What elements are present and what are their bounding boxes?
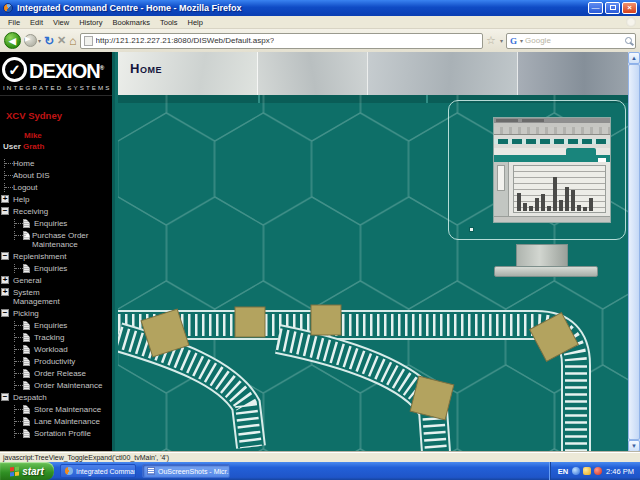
tree-connector bbox=[14, 357, 23, 366]
menu-view[interactable]: View bbox=[48, 18, 74, 27]
collapse-icon[interactable]: − bbox=[1, 393, 9, 401]
menu-file[interactable]: File bbox=[3, 18, 25, 27]
tree-item-label[interactable]: Lane Maintenance bbox=[34, 417, 100, 426]
collapse-icon[interactable]: − bbox=[1, 252, 9, 260]
tree-item-label[interactable]: Picking bbox=[13, 309, 39, 318]
menu-bookmarks[interactable]: Bookmarks bbox=[108, 18, 156, 27]
mini-teal-band bbox=[494, 155, 610, 162]
tree-item-enquiries[interactable]: Enquiries bbox=[10, 264, 112, 273]
tree-item-label[interactable]: Logout bbox=[13, 183, 37, 192]
close-button[interactable]: × bbox=[622, 2, 637, 14]
google-icon: G bbox=[510, 36, 517, 46]
expand-icon[interactable]: + bbox=[1, 288, 9, 296]
expand-icon[interactable]: + bbox=[1, 195, 9, 203]
window-title: Integrated Command Centre - Home - Mozil… bbox=[17, 3, 588, 13]
mini-chart-bar bbox=[523, 203, 527, 211]
tree-item-label[interactable]: Tracking bbox=[34, 333, 64, 342]
url-text[interactable]: http://121.212.227.21:8080/DISWeb/Defaul… bbox=[96, 36, 275, 45]
tree-item-purchase-order-maintenance[interactable]: Purchase Order Maintenance bbox=[10, 231, 112, 249]
tree-item-label[interactable]: Order Release bbox=[34, 369, 86, 378]
task-button-ouscreenshots-micr[interactable]: OuScreenShots - Micr... bbox=[142, 464, 230, 478]
menu-help[interactable]: Help bbox=[183, 18, 208, 27]
language-indicator[interactable]: EN bbox=[558, 467, 568, 476]
forward-button[interactable]: ▶▾ bbox=[24, 34, 41, 47]
tree-item-label[interactable]: Purchase Order Maintenance bbox=[32, 231, 102, 249]
status-bar: javascript:TreeView_ToggleExpand('ctl00_… bbox=[0, 452, 640, 462]
tree-item-label[interactable]: System Management bbox=[13, 288, 83, 306]
tree-item-sortation-profile[interactable]: Sortation Profile bbox=[10, 429, 112, 438]
reload-button[interactable]: ↻ bbox=[44, 34, 54, 48]
tree-item-workload[interactable]: Workload bbox=[10, 345, 112, 354]
tree-item-label[interactable]: Enquiries bbox=[34, 264, 67, 273]
tree-item-picking[interactable]: −Picking bbox=[0, 309, 112, 318]
bookmark-star-icon[interactable]: ☆ bbox=[486, 34, 496, 47]
stop-button[interactable]: ✕ bbox=[57, 34, 66, 47]
tree-item-label[interactable]: Help bbox=[13, 195, 29, 204]
taskbar-clock[interactable]: 2:46 PM bbox=[606, 467, 634, 476]
tree-item-label[interactable]: Enquiries bbox=[34, 219, 67, 228]
tree-item-lane-maintenance[interactable]: Lane Maintenance bbox=[10, 417, 112, 426]
firefox-icon bbox=[65, 467, 73, 475]
mini-chart-bar bbox=[577, 205, 581, 211]
tree-item-label[interactable]: Productivity bbox=[34, 357, 75, 366]
tree-item-label[interactable]: Store Maintenance bbox=[34, 405, 101, 414]
scrollbar-thumb[interactable] bbox=[628, 64, 640, 440]
search-engine-dropdown-icon[interactable]: ▾ bbox=[520, 37, 523, 44]
tray-alert-icon[interactable] bbox=[594, 467, 602, 475]
tree-item-replenishment[interactable]: −Replenishment bbox=[0, 252, 112, 261]
search-magnifier-icon[interactable] bbox=[625, 37, 632, 44]
tree-item-receiving[interactable]: −Receiving bbox=[0, 207, 112, 216]
collapse-icon[interactable]: − bbox=[1, 309, 9, 317]
menu-edit[interactable]: Edit bbox=[25, 18, 48, 27]
tray-network-icon[interactable] bbox=[572, 467, 580, 475]
bookmark-dropdown-icon[interactable]: ▾ bbox=[500, 37, 503, 44]
tree-item-label[interactable]: Sortation Profile bbox=[34, 429, 91, 438]
tree-item-order-release[interactable]: Order Release bbox=[10, 369, 112, 378]
tree-item-label[interactable]: Replenishment bbox=[13, 252, 66, 261]
tree-item-label[interactable]: About DIS bbox=[13, 171, 49, 180]
tree-connector bbox=[14, 381, 23, 390]
conveyor-box bbox=[311, 305, 341, 335]
menu-history[interactable]: History bbox=[74, 18, 107, 27]
scroll-up-arrow[interactable]: ▲ bbox=[628, 52, 640, 64]
tree-connector bbox=[14, 417, 23, 426]
window-titlebar[interactable]: Integrated Command Centre - Home - Mozil… bbox=[0, 0, 640, 16]
tree-item-help[interactable]: +Help bbox=[0, 195, 112, 204]
home-button[interactable]: ⌂ bbox=[69, 34, 76, 48]
address-bar[interactable]: http://121.212.227.21:8080/DISWeb/Defaul… bbox=[80, 33, 484, 49]
tree-item-productivity[interactable]: Productivity bbox=[10, 357, 112, 366]
tree-item-logout[interactable]: Logout bbox=[0, 183, 112, 192]
monitor-base bbox=[494, 266, 598, 277]
search-box[interactable]: G ▾ Google bbox=[506, 33, 636, 49]
tree-item-order-maintenance[interactable]: Order Maintenance bbox=[10, 381, 112, 390]
search-placeholder[interactable]: Google bbox=[525, 36, 623, 45]
tree-item-label[interactable]: Enquiries bbox=[34, 321, 67, 330]
minimize-button[interactable]: — bbox=[588, 2, 603, 14]
tree-item-label[interactable]: Receiving bbox=[13, 207, 48, 216]
user-group-line: User Grath bbox=[0, 140, 112, 151]
tree-item-label[interactable]: Home bbox=[13, 159, 34, 168]
tree-item-tracking[interactable]: Tracking bbox=[10, 333, 112, 342]
scroll-down-arrow[interactable]: ▼ bbox=[628, 440, 640, 452]
tree-item-label[interactable]: Despatch bbox=[13, 393, 47, 402]
tree-item-about-dis[interactable]: About DIS bbox=[0, 171, 112, 180]
tree-item-label[interactable]: Order Maintenance bbox=[34, 381, 102, 390]
vertical-scrollbar[interactable]: ▲ ▼ bbox=[628, 52, 640, 452]
tree-item-enquiries[interactable]: Enquiries bbox=[10, 321, 112, 330]
tree-item-enquiries[interactable]: Enquiries bbox=[10, 219, 112, 228]
tree-item-system-management[interactable]: +System Management bbox=[0, 288, 112, 306]
task-button-integrated-command[interactable]: Integrated Command... bbox=[60, 464, 136, 478]
menu-tools[interactable]: Tools bbox=[155, 18, 183, 27]
tree-item-label[interactable]: Workload bbox=[34, 345, 68, 354]
collapse-icon[interactable]: − bbox=[1, 207, 9, 215]
tree-item-home[interactable]: Home bbox=[0, 159, 112, 168]
tree-item-store-maintenance[interactable]: Store Maintenance bbox=[10, 405, 112, 414]
start-button[interactable]: start bbox=[0, 462, 54, 480]
tree-item-despatch[interactable]: −Despatch bbox=[0, 393, 112, 402]
back-button[interactable]: ◀ bbox=[4, 32, 21, 49]
tree-item-label[interactable]: General bbox=[13, 276, 41, 285]
tray-shield-icon[interactable] bbox=[583, 467, 591, 475]
tree-item-general[interactable]: +General bbox=[0, 276, 112, 285]
expand-icon[interactable]: + bbox=[1, 276, 9, 284]
restore-button[interactable] bbox=[605, 2, 620, 14]
